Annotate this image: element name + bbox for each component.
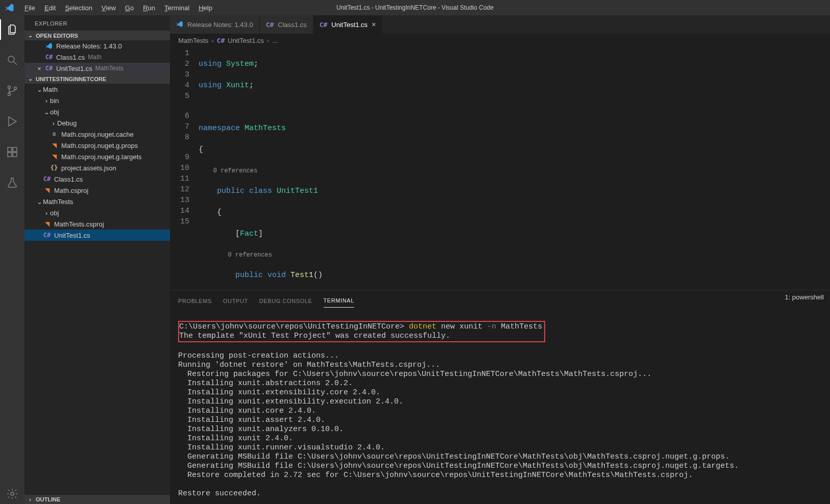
- activity-scm[interactable]: [0, 81, 25, 101]
- chevron-right-icon: ›: [27, 496, 34, 502]
- activity-explorer[interactable]: [0, 19, 25, 40]
- svg-point-1: [8, 86, 11, 89]
- file-assets[interactable]: {}project.assets.json: [25, 162, 170, 173]
- file-label: UnitTest1.cs: [56, 65, 92, 72]
- folder-obj[interactable]: ⌄obj: [25, 106, 170, 117]
- folder-mathtests[interactable]: ⌄MathTests: [25, 196, 170, 207]
- chevron-right-icon: ›: [50, 119, 57, 127]
- breadcrumb[interactable]: MathTests› C#UnitTest1.cs› ...: [170, 34, 830, 47]
- panel-tab-problems[interactable]: PROBLEMS: [178, 298, 212, 308]
- menu-file[interactable]: File: [20, 2, 39, 14]
- activity-bar: [0, 15, 25, 504]
- sidebar-title: EXPLORER: [25, 15, 170, 31]
- search-icon: [6, 54, 18, 66]
- svg-rect-6: [13, 153, 17, 157]
- tab-unittest1[interactable]: C#UnitTest1.cs×: [313, 15, 383, 34]
- vscode-logo-icon: [5, 3, 14, 12]
- code-editor[interactable]: 1 2 3 4 5 6 7 8 9 10 11 12 13 14 15: [170, 47, 830, 290]
- sidebar: EXPLORER ⌄OPEN EDITORS Release Notes: 1.…: [25, 15, 170, 504]
- menu-run[interactable]: Run: [139, 2, 159, 14]
- folder-math[interactable]: ⌄Math: [25, 84, 170, 95]
- file-class1[interactable]: C#Class1.cs: [25, 173, 170, 185]
- json-icon: {}: [50, 164, 58, 172]
- panel: PROBLEMS OUTPUT DEBUG CONSOLE TERMINAL 1…: [170, 290, 830, 504]
- vscode-icon: [45, 42, 53, 50]
- chevron-right-icon: ›: [43, 209, 50, 217]
- outline-section[interactable]: ›OUTLINE: [25, 495, 170, 504]
- menu-selection[interactable]: Selection: [61, 2, 96, 14]
- gear-icon: [6, 488, 18, 500]
- terminal-selector[interactable]: 1: powershell: [785, 293, 824, 301]
- file-label: Class1.cs: [56, 54, 85, 61]
- codelens-references[interactable]: 0 references: [228, 251, 272, 259]
- chevron-right-icon: ›: [267, 37, 269, 44]
- activity-debug[interactable]: [0, 111, 25, 132]
- code-source[interactable]: using System; using Xunit; namespace Mat…: [199, 48, 830, 290]
- menu-terminal[interactable]: Terminal: [160, 2, 193, 14]
- activity-settings[interactable]: [0, 484, 25, 504]
- csharp-icon: C#: [43, 231, 51, 239]
- chevron-down-icon: ⌄: [27, 32, 34, 39]
- file-gprops[interactable]: ◥Math.csproj.nuget.g.props: [25, 140, 170, 151]
- chevron-down-icon: ⌄: [36, 198, 43, 206]
- codelens-references[interactable]: 0 references: [213, 167, 257, 174]
- vscode-icon: [176, 20, 183, 29]
- extensions-icon: [6, 146, 18, 158]
- csharp-icon: C#: [43, 175, 51, 183]
- file-mt-csproj[interactable]: ◥MathTests.csproj: [25, 218, 170, 230]
- open-editors-section[interactable]: ⌄OPEN EDITORS: [25, 31, 170, 40]
- menu-bar: File Edit Selection View Go Run Terminal…: [20, 2, 216, 14]
- line-gutter: 1 2 3 4 5 6 7 8 9 10 11 12 13 14 15: [170, 48, 199, 290]
- beaker-icon: [6, 177, 18, 189]
- menu-go[interactable]: Go: [121, 2, 138, 14]
- file-gtargets[interactable]: ◥Math.csproj.nuget.g.targets: [25, 151, 170, 162]
- panel-tabs: PROBLEMS OUTPUT DEBUG CONSOLE TERMINAL 1…: [170, 290, 830, 308]
- activity-extensions[interactable]: [0, 142, 25, 162]
- folder-mt-obj[interactable]: ›obj: [25, 207, 170, 218]
- open-editor-unittest1[interactable]: ×C# UnitTest1.csMathTests: [25, 63, 170, 74]
- files-icon: [6, 23, 18, 36]
- highlight-box: C:\Users\johnv\source\repos\UnitTestingI…: [178, 321, 545, 342]
- folder-bin[interactable]: ›bin: [25, 95, 170, 106]
- branch-icon: [6, 85, 18, 97]
- open-editor-class1[interactable]: C# Class1.csMath: [25, 52, 170, 63]
- activity-search[interactable]: [0, 50, 25, 70]
- menu-help[interactable]: Help: [194, 2, 216, 14]
- chevron-down-icon: ⌄: [36, 86, 43, 93]
- csharp-icon: C#: [45, 64, 53, 72]
- svg-point-2: [8, 93, 11, 96]
- csharp-icon: C#: [320, 21, 328, 29]
- file-icon: ≡: [50, 130, 58, 138]
- file-unittest1[interactable]: C#UnitTest1.cs: [25, 230, 170, 241]
- file-cache[interactable]: ≡Math.csproj.nuget.cache: [25, 129, 170, 140]
- panel-tab-output[interactable]: OUTPUT: [223, 298, 248, 308]
- svg-point-8: [11, 492, 14, 495]
- tab-class1[interactable]: C#Class1.cs: [260, 15, 313, 34]
- panel-tab-debug[interactable]: DEBUG CONSOLE: [259, 298, 312, 308]
- terminal[interactable]: C:\Users\johnv\source\repos\UnitTestingI…: [170, 308, 830, 504]
- svg-rect-4: [8, 147, 12, 152]
- activity-test[interactable]: [0, 172, 25, 193]
- svg-point-3: [14, 87, 17, 90]
- file-math-csproj[interactable]: ◥Math.csproj: [25, 185, 170, 196]
- close-icon[interactable]: ×: [34, 65, 45, 72]
- menu-view[interactable]: View: [97, 2, 120, 14]
- close-icon[interactable]: ×: [372, 20, 376, 29]
- chevron-right-icon: ›: [211, 37, 213, 44]
- play-bug-icon: [6, 115, 18, 128]
- workspace-section[interactable]: ⌄UNITTESTINGINNETCORE: [25, 74, 170, 84]
- window-title: UnitTest1.cs - UnitTestingInNETCore - Vi…: [336, 4, 494, 11]
- tab-release-notes[interactable]: Release Notes: 1.43.0: [170, 15, 260, 34]
- csharp-icon: C#: [266, 21, 274, 29]
- panel-tab-terminal[interactable]: TERMINAL: [324, 297, 354, 308]
- chevron-right-icon: ›: [43, 97, 50, 105]
- svg-rect-7: [13, 147, 17, 152]
- menu-edit[interactable]: Edit: [40, 2, 60, 14]
- folder-debug[interactable]: ›Debug: [25, 117, 170, 129]
- rss-icon: ◥: [43, 186, 51, 194]
- file-label: Release Notes: 1.43.0: [56, 42, 122, 50]
- rss-icon: ◥: [50, 141, 58, 149]
- open-editor-release[interactable]: Release Notes: 1.43.0: [25, 40, 170, 52]
- svg-rect-5: [8, 153, 12, 157]
- title-bar: File Edit Selection View Go Run Terminal…: [0, 0, 830, 15]
